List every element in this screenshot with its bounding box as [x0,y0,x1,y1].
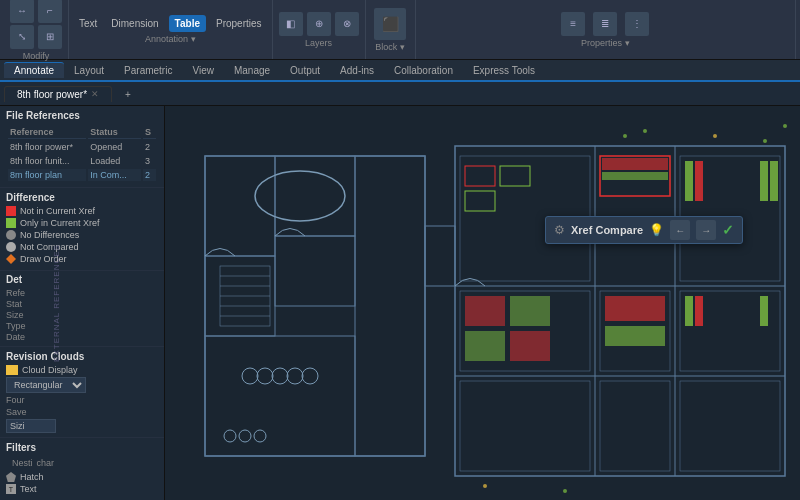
filter-text[interactable]: T Text [6,484,158,494]
table-row-active[interactable]: 8m floor plan In Com... 2 [8,169,156,181]
lightbulb-icon[interactable]: 💡 [649,223,664,237]
props-icon-1[interactable]: ≡ [561,12,585,36]
filters-title: Filters [6,442,158,453]
drawing-area: ⚙ Xref Compare 💡 ← → ✓ [165,106,800,500]
left-panel: EXTERNAL REFERENCES File References Refe… [0,106,165,500]
layer-icon-3[interactable]: ⊗ [335,12,359,36]
difference-section: Difference Not in Current Xref Only in C… [0,188,164,271]
doc-tab-close[interactable]: ✕ [91,89,99,99]
xref-confirm-button[interactable]: ✓ [722,222,734,238]
detail-stat-row: Stat [6,299,158,309]
nest-row: Nesti char [6,456,158,470]
cloud-display-row: Cloud Display [6,365,158,375]
svg-rect-48 [685,296,693,326]
tab-output[interactable]: Output [280,63,330,78]
svg-rect-49 [695,296,703,326]
xref-back-button[interactable]: ← [670,220,690,240]
legend-not-in-current: Not in Current Xref [6,206,158,216]
props-icon-2[interactable]: ≣ [593,12,617,36]
legend-orange-diamond [6,254,16,264]
detail-date-label: Date [6,332,25,342]
gear-icon[interactable]: ⚙ [554,223,565,237]
svg-point-59 [483,484,487,488]
xref-compare-bar: ⚙ Xref Compare 💡 ← → ✓ [545,216,743,244]
legend-draw-order: Draw Order [6,254,158,264]
svg-point-54 [623,134,627,138]
svg-point-57 [763,139,767,143]
layer-icon-2[interactable]: ⊕ [307,12,331,36]
tab-annotate[interactable]: Annotate [4,62,64,78]
layers-group: ◧ ⊕ ⊗ Layers [273,0,366,59]
svg-rect-50 [760,296,768,326]
tab-layout[interactable]: Layout [64,63,114,78]
svg-point-55 [643,129,647,133]
svg-rect-35 [465,296,505,326]
dimension-button[interactable]: Dimension [107,16,162,31]
properties-button[interactable]: Properties [212,16,266,31]
cloud-yellow-square [6,365,18,375]
annotation-label: Annotation ▾ [145,34,196,44]
revision-clouds-title: Revision Clouds [6,351,158,362]
ribbon-tabs: Annotate Layout Parametric View Manage O… [0,60,800,82]
tab-view[interactable]: View [182,63,224,78]
doc-tab-bar: 8th floor power* ✕ + [0,82,800,106]
fillet-button[interactable]: ⌐ [38,0,62,23]
detail-size-label: Size [6,310,24,320]
detail-section: Det Refe Stat Size Type Date [0,271,164,347]
block-group: ⬛ Block ▾ [366,0,416,59]
legend-green-square [6,218,16,228]
table-button[interactable]: Table [169,15,206,32]
detail-size-row: Size [6,310,158,320]
col-status: Status [88,126,141,139]
layer-icon-1[interactable]: ◧ [279,12,303,36]
four-label: Four [6,395,158,405]
legend-gray-dot [6,230,16,240]
props-label: Properties ▾ [581,38,630,48]
legend-no-diff: No Differences [6,230,158,240]
modify-group: ↔ ⌐ ⤡ ⊞ Modify [4,0,69,59]
svg-rect-38 [510,331,550,361]
save-label: Save [6,407,158,417]
props-icon-3[interactable]: ⋮ [625,12,649,36]
table-row[interactable]: 8th floor funit... Loaded 3 [8,155,156,167]
modify-label: Modify [23,51,50,61]
new-tab-button[interactable]: + [112,86,144,102]
detail-date-row: Date [6,332,158,342]
table-row[interactable]: 8th floor power* Opened 2 [8,141,156,153]
difference-title: Difference [6,192,158,203]
nest-label: Nesti [12,458,33,468]
legend-not-compared: Not Compared [6,242,158,252]
main-area: EXTERNAL REFERENCES File References Refe… [0,106,800,500]
size-input[interactable] [6,419,56,433]
mirror-button[interactable]: ↔ [10,0,34,23]
tab-addins[interactable]: Add-ins [330,63,384,78]
text-filter-icon: T [6,484,16,494]
tab-parametric[interactable]: Parametric [114,63,182,78]
tab-manage[interactable]: Manage [224,63,280,78]
tab-collab[interactable]: Collaboration [384,63,463,78]
file-references-table: Reference Status S 8th floor power* Open… [6,124,158,183]
legend-no-diff-label: No Differences [20,230,79,240]
detail-refe-row: Refe [6,288,158,298]
legend-only-in-current: Only in Current Xref [6,218,158,228]
filter-text-label: Text [20,484,37,494]
svg-rect-29 [602,172,668,180]
tab-express[interactable]: Express Tools [463,63,545,78]
detail-title: Det [6,274,158,285]
legend-only-in-current-label: Only in Current Xref [20,218,100,228]
svg-point-56 [713,134,717,138]
text-button[interactable]: Text [75,16,101,31]
array-button[interactable]: ⊞ [38,25,62,49]
block-icon[interactable]: ⬛ [374,8,406,40]
xref-forward-button[interactable]: → [696,220,716,240]
svg-rect-44 [695,161,703,201]
filters-section: Filters Nesti char Hatch T Text [0,438,164,500]
shape-dropdown[interactable]: Rectangular Polygonal [6,377,86,393]
filter-hatch[interactable]: Hatch [6,472,158,482]
scale-button[interactable]: ⤡ [10,25,34,49]
svg-point-60 [563,489,567,493]
detail-refe-label: Refe [6,288,25,298]
legend-red-square [6,206,16,216]
doc-tab-active[interactable]: 8th floor power* ✕ [4,86,112,102]
block-label: Block ▾ [375,42,405,52]
